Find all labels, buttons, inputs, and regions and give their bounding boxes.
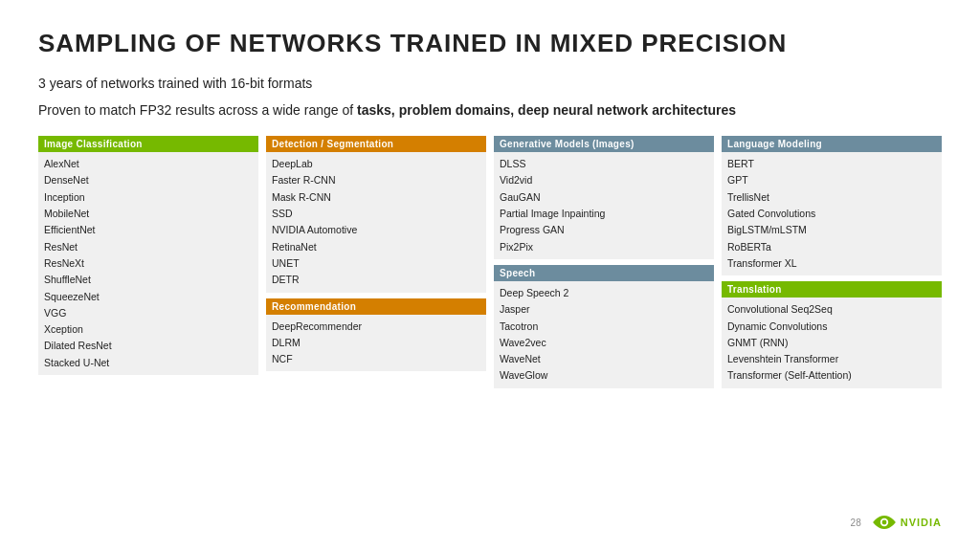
subtitle1: 3 years of networks trained with 16-bit …: [38, 76, 942, 91]
list-item: GPT: [727, 172, 936, 188]
list-item: Xception: [44, 321, 253, 338]
section-speech: Speech Deep Speech 2 Jasper Tacotron Wav…: [494, 265, 714, 388]
list-item: Levenshtein Transformer: [727, 351, 936, 367]
list-item: Partial Image Inpainting: [500, 206, 708, 222]
section-header-detection: Detection / Segmentation: [266, 136, 486, 152]
list-item: VGG: [44, 305, 253, 321]
section-header-generative: Generative Models (Images): [494, 136, 714, 152]
list-item: NVIDIA Automotive: [272, 222, 480, 238]
list-item: Tacotron: [500, 319, 708, 335]
footer: 28 NVIDIA: [38, 513, 942, 532]
nvidia-brand: NVIDIA: [901, 517, 942, 528]
section-header-translation: Translation: [722, 281, 942, 298]
list-item: RetinaNet: [272, 239, 480, 255]
nvidia-eye-icon: [871, 513, 898, 532]
section-body-recommendation: DeepRecommender DLRM NCF: [266, 315, 486, 372]
subtitle2-bold: tasks, problem domains, deep neural netw…: [357, 102, 736, 118]
list-item: EfficientNet: [44, 222, 253, 238]
section-header-image-classification: Image Classification: [38, 136, 258, 152]
section-body-language-modeling: BERT GPT TrellisNet Gated Convolutions B…: [722, 152, 942, 276]
list-item: Faster R-CNN: [272, 172, 480, 188]
list-item: DeepLab: [272, 156, 480, 172]
list-item: Stacked U-Net: [44, 355, 253, 371]
list-item: DeepRecommender: [272, 319, 480, 335]
list-item: Convolutional Seq2Seq: [727, 301, 936, 318]
section-generative: Generative Models (Images) DLSS Vid2vid …: [494, 136, 714, 259]
list-item: Transformer XL: [727, 255, 936, 272]
col-generative: Generative Models (Images) DLSS Vid2vid …: [494, 136, 714, 507]
list-item: AlexNet: [44, 156, 253, 172]
list-item: ResNet: [44, 239, 253, 255]
list-item: GNMT (RNN): [727, 335, 936, 351]
subtitle2: Proven to match FP32 results across a wi…: [38, 100, 942, 121]
list-item: Wave2vec: [500, 335, 708, 351]
list-item: Pix2Pix: [500, 239, 708, 255]
section-body-detection: DeepLab Faster R-CNN Mask R-CNN SSD NVID…: [266, 152, 486, 293]
section-detection: Detection / Segmentation DeepLab Faster …: [266, 136, 486, 293]
list-item: Transformer (Self-Attention): [727, 367, 936, 384]
section-body-speech: Deep Speech 2 Jasper Tacotron Wave2vec W…: [494, 281, 714, 388]
col-detection: Detection / Segmentation DeepLab Faster …: [266, 136, 486, 507]
list-item: MobileNet: [44, 206, 253, 222]
subtitle2-prefix: Proven to match FP32 results across a wi…: [38, 102, 357, 118]
list-item: BERT: [727, 156, 936, 172]
list-item: Inception: [44, 189, 253, 206]
list-item: TrellisNet: [727, 189, 936, 206]
list-item: Gated Convolutions: [727, 206, 936, 222]
section-translation: Translation Convolutional Seq2Seq Dynami…: [722, 281, 942, 388]
list-item: WaveNet: [500, 351, 708, 367]
list-item: Progress GAN: [500, 222, 708, 238]
list-item: RoBERTa: [727, 239, 936, 255]
list-item: NCF: [272, 351, 480, 367]
list-item: DenseNet: [44, 172, 253, 188]
list-item: Dilated ResNet: [44, 338, 253, 354]
list-item: Jasper: [500, 301, 708, 318]
section-body-generative: DLSS Vid2vid GauGAN Partial Image Inpain…: [494, 152, 714, 259]
svg-point-1: [881, 520, 886, 525]
section-header-language-modeling: Language Modeling: [722, 136, 942, 152]
page-number: 28: [851, 518, 861, 528]
section-body-translation: Convolutional Seq2Seq Dynamic Convolutio…: [722, 298, 942, 388]
section-header-speech: Speech: [494, 265, 714, 281]
section-language-modeling: Language Modeling BERT GPT TrellisNet Ga…: [722, 136, 942, 276]
list-item: UNET: [272, 255, 480, 272]
list-item: ResNeXt: [44, 255, 253, 272]
list-item: DLRM: [272, 335, 480, 351]
list-item: BigLSTM/mLSTM: [727, 222, 936, 238]
list-item: Deep Speech 2: [500, 285, 708, 301]
list-item: ShuffleNet: [44, 272, 253, 288]
list-item: DETR: [272, 272, 480, 288]
list-item: Vid2vid: [500, 172, 708, 188]
list-item: Dynamic Convolutions: [727, 319, 936, 335]
nvidia-logo: NVIDIA: [871, 513, 942, 532]
section-body-image-classification: AlexNet DenseNet Inception MobileNet Eff…: [38, 152, 258, 375]
columns-container: Image Classification AlexNet DenseNet In…: [38, 136, 942, 507]
list-item: WaveGlow: [500, 367, 708, 384]
slide-title: SAMPLING OF NETWORKS TRAINED IN MIXED PR…: [38, 29, 942, 58]
section-image-classification: Image Classification AlexNet DenseNet In…: [38, 136, 258, 375]
col-language: Language Modeling BERT GPT TrellisNet Ga…: [722, 136, 942, 507]
col-image-classification: Image Classification AlexNet DenseNet In…: [38, 136, 258, 507]
section-recommendation: Recommendation DeepRecommender DLRM NCF: [266, 298, 486, 372]
list-item: GauGAN: [500, 189, 708, 206]
list-item: SqueezeNet: [44, 289, 253, 305]
list-item: Mask R-CNN: [272, 189, 480, 206]
list-item: SSD: [272, 206, 480, 222]
list-item: DLSS: [500, 156, 708, 172]
section-header-recommendation: Recommendation: [266, 298, 486, 315]
